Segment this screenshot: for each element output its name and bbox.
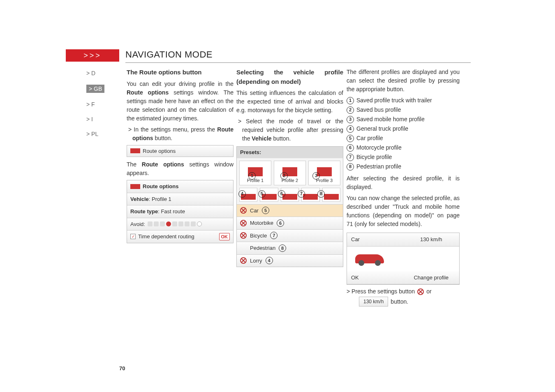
mode-list: Car 5 Motorbike 6 Bicycle 7 Pedestrian 8… xyxy=(237,204,343,267)
lang-gb[interactable]: > GB xyxy=(86,85,109,93)
speed-button[interactable]: 130 km/h xyxy=(403,233,460,246)
presets-grid: Profile 1 Profile 2 Profile 3 1 2 3 xyxy=(237,158,343,188)
change-profile-button[interactable]: Change profile xyxy=(403,271,460,284)
route-type-row[interactable]: Route type: Fast route xyxy=(127,205,233,218)
avoid-row[interactable]: Avoid: xyxy=(127,218,233,231)
ok-button[interactable]: OK xyxy=(219,233,230,241)
motorbike-icon xyxy=(282,194,297,200)
wheel-icon xyxy=(240,232,247,239)
column-3: The different profiles are displayed and… xyxy=(347,68,460,307)
legend-4: General truck profile xyxy=(356,125,408,133)
avoid-icons xyxy=(148,221,202,226)
lang-f[interactable]: > F xyxy=(86,101,109,108)
wheel-icon xyxy=(240,257,247,264)
mobilehome-icon xyxy=(317,167,332,176)
speed-mini-button[interactable]: 130 km/h xyxy=(359,297,388,307)
route-options-menu-item[interactable]: Route options xyxy=(127,145,234,157)
preset-profile-1[interactable]: Profile 1 xyxy=(239,161,271,185)
route-options-label: Route options xyxy=(143,147,176,155)
preset-bicycle[interactable] xyxy=(301,188,319,202)
page-number: 70 xyxy=(119,365,125,371)
vehicle-profile-intro: This setting influences the calculation … xyxy=(236,89,343,115)
after-select-note: After selecting the desired profile, it … xyxy=(347,174,460,191)
column-2: Selecting the vehicle profile (depending… xyxy=(236,68,343,267)
preset-pedestrian[interactable] xyxy=(322,188,340,202)
car-label: Car xyxy=(347,233,403,246)
change-profile-note: You can now change the selected profile,… xyxy=(347,194,460,228)
car-icon xyxy=(355,254,384,263)
car-icon xyxy=(262,194,277,200)
route-options-heading: The Route options button xyxy=(127,68,234,77)
mode-car[interactable]: Car 5 xyxy=(237,204,343,217)
press-speed-line: 130 km/h button. xyxy=(347,297,460,307)
presets-header: Presets: xyxy=(237,147,343,158)
legend-3: Saved mobile home profile xyxy=(356,115,425,124)
pedestrian-icon xyxy=(324,194,339,200)
legend-5: Car profile xyxy=(356,134,383,143)
bicycle-icon xyxy=(303,194,318,200)
vehicle-row[interactable]: Vehicle: Profile 1 xyxy=(127,193,233,206)
language-nav: > D > GB > F > I > PL xyxy=(86,70,109,145)
presets-grid-2: 4 5 6 7 8 xyxy=(237,188,343,204)
car-profile-panel: Car 130 km/h OK Change profile xyxy=(347,233,460,285)
vehicle-profile-step: > Select the mode of travel or the requi… xyxy=(236,117,343,143)
panel-header: Route options xyxy=(127,180,233,193)
legend-2: Saved bus profile xyxy=(356,106,401,114)
legend-8: Pedestrian profile xyxy=(356,162,401,171)
vehicle-profile-heading: Selecting the vehicle profile (depending… xyxy=(236,68,343,86)
legend-7: Bicycle profile xyxy=(356,153,392,161)
car-image-row xyxy=(347,247,459,271)
truck-icon xyxy=(130,148,140,153)
preset-lorry[interactable] xyxy=(239,188,257,202)
press-settings-line: > Press the settings button or xyxy=(347,287,460,296)
preset-car[interactable] xyxy=(260,188,278,202)
title-rule xyxy=(125,62,471,63)
route-options-step: > In the settings menu, press the Route … xyxy=(127,125,234,143)
mode-motorbike[interactable]: Motorbike 6 xyxy=(237,217,343,229)
presets-panel: Presets: Profile 1 Profile 2 Profile 3 1… xyxy=(236,146,343,267)
section-tab: >>> xyxy=(66,49,119,62)
preset-motorbike[interactable] xyxy=(281,188,299,202)
panel-title: Route options xyxy=(143,182,178,191)
profiles-intro: The different profiles are displayed and… xyxy=(347,68,460,94)
lang-d[interactable]: > D xyxy=(86,70,109,76)
ok-button[interactable]: OK xyxy=(347,271,403,284)
legend-1: Saved profile truck with trailer xyxy=(356,96,432,105)
wheel-icon xyxy=(417,288,424,295)
checkbox-icon[interactable]: ✓ xyxy=(130,234,136,239)
preset-profile-2[interactable]: Profile 2 xyxy=(274,161,306,185)
wheel-icon xyxy=(240,220,247,226)
lang-pl[interactable]: > PL xyxy=(86,131,109,137)
mode-pedestrian[interactable]: Pedestrian 8 xyxy=(237,242,343,254)
route-options-window-note: The Route options settings window appear… xyxy=(127,160,234,178)
page-title: NAVIGATION MODE xyxy=(125,49,213,60)
legend-6: Motorcycle profile xyxy=(356,143,402,152)
mode-lorry[interactable]: Lorry 4 xyxy=(237,254,343,267)
truck-icon xyxy=(130,184,140,189)
route-options-intro: You can edit your driving profile in the… xyxy=(127,80,234,123)
time-dependent-row[interactable]: ✓ Time dependent routing OK xyxy=(127,231,233,243)
preset-profile-3[interactable]: Profile 3 xyxy=(308,161,340,185)
lang-i[interactable]: > I xyxy=(86,116,109,122)
mode-bicycle[interactable]: Bicycle 7 xyxy=(237,229,343,242)
lorry-icon xyxy=(241,194,256,200)
wheel-icon xyxy=(240,207,247,214)
route-options-panel: Route options Vehicle: Profile 1 Route t… xyxy=(127,180,234,243)
bus-icon xyxy=(282,167,297,176)
truck-trailer-icon xyxy=(248,167,263,176)
column-1: The Route options button You can edit yo… xyxy=(127,68,234,243)
profile-legend: 1Saved profile truck with trailer 2Saved… xyxy=(347,96,460,171)
